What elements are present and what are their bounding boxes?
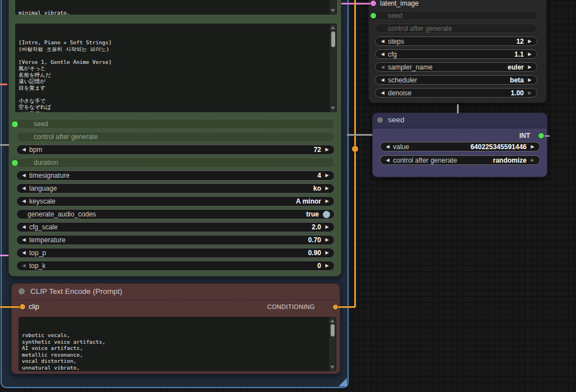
wire-gray-to-seed-node: [347, 134, 372, 136]
scroll-thumb[interactable]: [331, 31, 335, 47]
widget-label: control after generate: [34, 133, 98, 141]
sampler-widget-sampler-name[interactable]: ◀ sampler_name euler ▶: [375, 62, 537, 72]
scroll-thumb[interactable]: [331, 324, 335, 336]
duration-input-slot[interactable]: [12, 160, 18, 166]
widget-label: top_k: [29, 262, 317, 270]
conditioning-output-slot[interactable]: [333, 305, 338, 310]
increment-arrow-icon[interactable]: ▶: [324, 264, 330, 268]
increment-arrow-icon[interactable]: ▶: [324, 251, 330, 255]
widget-top-k[interactable]: ◀ top_k 0 ▶: [16, 261, 335, 271]
decrement-arrow-icon[interactable]: ◀: [21, 238, 27, 242]
increment-arrow-icon[interactable]: ▶: [527, 91, 533, 95]
toggle-icon[interactable]: [323, 211, 330, 218]
increment-arrow-icon[interactable]: ▶: [324, 173, 330, 178]
widget-label: seed: [388, 12, 403, 20]
decrement-arrow-icon[interactable]: ◀: [21, 147, 27, 152]
resize-handle[interactable]: [339, 378, 347, 386]
latent-image-input-slot[interactable]: [371, 1, 376, 6]
scroll-up-icon[interactable]: [331, 26, 335, 29]
widget-timesignature[interactable]: ◀ timesignature 4 ▶: [16, 170, 335, 181]
title-divider: [13, 299, 339, 300]
sampler-widget-scheduler[interactable]: ◀ scheduler beta ▶: [375, 75, 537, 85]
widget-label: temperature: [29, 236, 308, 244]
decrement-arrow-icon[interactable]: ◀: [380, 91, 386, 95]
increment-arrow-icon[interactable]: ▶: [324, 147, 330, 152]
widget-label: duration: [34, 159, 58, 167]
clip-input-slot[interactable]: [20, 304, 25, 310]
sampler-widget-cfg[interactable]: ◀ cfg 1.1 ▶: [375, 49, 537, 59]
decrement-arrow-icon[interactable]: ◀: [21, 225, 27, 229]
increment-arrow-icon[interactable]: ▶: [324, 225, 330, 229]
widget-value: 0: [317, 262, 321, 270]
widget-bpm[interactable]: ◀ bpm 72 ▶: [16, 145, 335, 155]
sampler-seed-input-slot[interactable]: [371, 13, 376, 19]
sampler-widget-denoise[interactable]: ◀ denoise 1.00 ▶: [375, 88, 537, 98]
widget-value: 0.70: [308, 236, 321, 244]
link-midpoint-dot[interactable]: [352, 146, 358, 152]
decrement-arrow-icon[interactable]: ◀: [21, 251, 27, 255]
increment-arrow-icon[interactable]: ▶: [529, 145, 536, 149]
decrement-arrow-icon[interactable]: ◀: [380, 39, 386, 44]
scroll-down-icon[interactable]: [331, 9, 335, 12]
widget-keyscale[interactable]: ◀ keyscale A minor ▶: [16, 196, 335, 206]
increment-arrow-icon[interactable]: ▶: [527, 52, 533, 57]
widget-control-after-generate-muted: control after generate: [16, 132, 335, 142]
decrement-arrow-icon[interactable]: ◀: [21, 264, 27, 268]
seed-input-slot[interactable]: [12, 121, 18, 127]
decrement-arrow-icon[interactable]: ◀: [385, 145, 391, 149]
sampler-widget-seed-muted: seed: [375, 11, 537, 20]
increment-arrow-icon[interactable]: ▶: [324, 186, 330, 191]
increment-arrow-icon[interactable]: ▶: [527, 39, 533, 44]
widget-label: control after generate: [388, 25, 452, 33]
int-output-label: INT: [519, 132, 530, 140]
widget-value: 1.1: [514, 50, 524, 58]
widget-value: 0.90: [308, 249, 321, 257]
decrement-arrow-icon[interactable]: ◀: [380, 65, 386, 70]
widget-value: 2.0: [312, 223, 321, 231]
widget-label: control after generate: [393, 156, 493, 164]
collapse-dot-icon[interactable]: [377, 117, 383, 123]
decrement-arrow-icon[interactable]: ◀: [380, 52, 386, 57]
wire-latent-pink: [341, 3, 372, 4]
widget-language[interactable]: ◀ language ko ▶: [16, 183, 335, 193]
int-output-slot[interactable]: [538, 133, 544, 139]
increment-arrow-icon[interactable]: ▶: [527, 65, 533, 70]
conditioning-output-label: CONDITIONING: [267, 303, 315, 310]
increment-arrow-icon[interactable]: ▶: [324, 238, 330, 242]
seed-widget-value[interactable]: ◀ value 640225345591446 ▶: [380, 142, 540, 151]
decrement-arrow-icon[interactable]: ◀: [21, 173, 27, 178]
scroll-down-icon[interactable]: [330, 366, 335, 369]
widget-label: cfg: [388, 50, 514, 58]
collapse-dot-icon[interactable]: [19, 288, 25, 294]
lyrics-scrollbar[interactable]: [330, 24, 336, 112]
wire-gray-left: [0, 144, 9, 146]
widget-value: true: [306, 210, 319, 218]
seed-widget-control-after-generate[interactable]: ◀ control after generate randomize ▶: [380, 155, 540, 165]
widget-value: randomize: [493, 156, 527, 164]
prompt-scrollbar[interactable]: [329, 317, 336, 371]
widget-label: generate_audio_codes: [28, 210, 306, 218]
increment-arrow-icon[interactable]: ▶: [529, 158, 536, 163]
negative-prompt-textarea[interactable]: robotic vocals, synthetic voice artifact…: [19, 317, 336, 371]
increment-arrow-icon[interactable]: ▶: [527, 78, 533, 82]
sampler-widget-steps[interactable]: ◀ steps 12 ▶: [375, 36, 537, 46]
widget-value: 12: [516, 38, 524, 45]
widget-label: sampler_name: [388, 63, 508, 71]
tags-scrollbar[interactable]: [330, 0, 336, 15]
widget-label: denoise: [388, 89, 511, 97]
decrement-arrow-icon[interactable]: ◀: [21, 186, 27, 191]
decrement-arrow-icon[interactable]: ◀: [385, 158, 391, 163]
scroll-down-icon[interactable]: [331, 107, 335, 110]
widget-generate-audio-codes[interactable]: generate_audio_codes true: [16, 209, 335, 219]
decrement-arrow-icon[interactable]: ◀: [380, 78, 386, 82]
tags-textarea[interactable]: minimal vibrato, innocent and pure deliv…: [15, 0, 337, 15]
widget-value: euler: [508, 63, 524, 71]
increment-arrow-icon[interactable]: ▶: [324, 199, 330, 204]
scroll-up-icon[interactable]: [330, 319, 335, 322]
lyrics-text: [Intro, Piano + Soft Strings] (바람처럼 조용히 …: [19, 39, 337, 112]
widget-temperature[interactable]: ◀ temperature 0.70 ▶: [16, 235, 335, 245]
decrement-arrow-icon[interactable]: ◀: [21, 199, 27, 204]
lyrics-textarea[interactable]: [Intro, Piano + Soft Strings] (바람처럼 조용히 …: [15, 24, 337, 112]
widget-top-p[interactable]: ◀ top_p 0.90 ▶: [16, 248, 335, 258]
widget-cfg-scale[interactable]: ◀ cfg_scale 2.0 ▶: [16, 222, 335, 232]
